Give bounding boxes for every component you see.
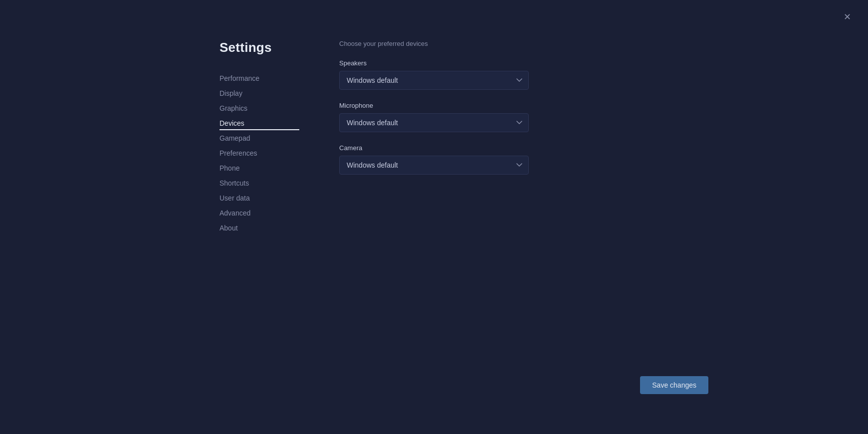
save-changes-button[interactable]: Save changes (640, 376, 708, 394)
device-group-camera: CameraWindows defaultIntegrated WebcamEx… (339, 144, 529, 175)
section-title: Choose your preferred devices (339, 40, 529, 47)
device-select-speakers[interactable]: Windows defaultDefault - SpeakersHeadpho… (339, 71, 529, 90)
sidebar-item-graphics[interactable]: Graphics (219, 101, 299, 115)
device-group-microphone: MicrophoneWindows defaultDefault - Micro… (339, 102, 529, 132)
settings-container: Settings PerformanceDisplayGraphicsDevic… (0, 0, 868, 235)
device-select-microphone[interactable]: Windows defaultDefault - MicrophoneHeads… (339, 113, 529, 132)
sidebar-item-advanced[interactable]: Advanced (219, 206, 299, 220)
sidebar-item-performance[interactable]: Performance (219, 71, 299, 85)
device-label-speakers: Speakers (339, 59, 529, 67)
device-label-microphone: Microphone (339, 102, 529, 109)
device-label-camera: Camera (339, 144, 529, 152)
sidebar-item-display[interactable]: Display (219, 86, 299, 100)
page-title: Settings (219, 40, 299, 55)
device-select-camera[interactable]: Windows defaultIntegrated WebcamExternal… (339, 156, 529, 175)
device-group-speakers: SpeakersWindows defaultDefault - Speaker… (339, 59, 529, 90)
sidebar-item-phone[interactable]: Phone (219, 161, 299, 175)
left-column: Settings PerformanceDisplayGraphicsDevic… (219, 40, 299, 235)
sidebar-item-gamepad[interactable]: Gamepad (219, 131, 299, 145)
sidebar-item-shortcuts[interactable]: Shortcuts (219, 176, 299, 190)
sidebar-item-user-data[interactable]: User data (219, 191, 299, 205)
sidebar: PerformanceDisplayGraphicsDevicesGamepad… (219, 71, 299, 235)
sidebar-item-about[interactable]: About (219, 221, 299, 235)
content-panel: Choose your preferred devices SpeakersWi… (339, 40, 529, 235)
close-button[interactable]: ✕ (840, 10, 854, 24)
sidebar-item-devices[interactable]: Devices (219, 116, 299, 130)
sidebar-item-preferences[interactable]: Preferences (219, 146, 299, 160)
